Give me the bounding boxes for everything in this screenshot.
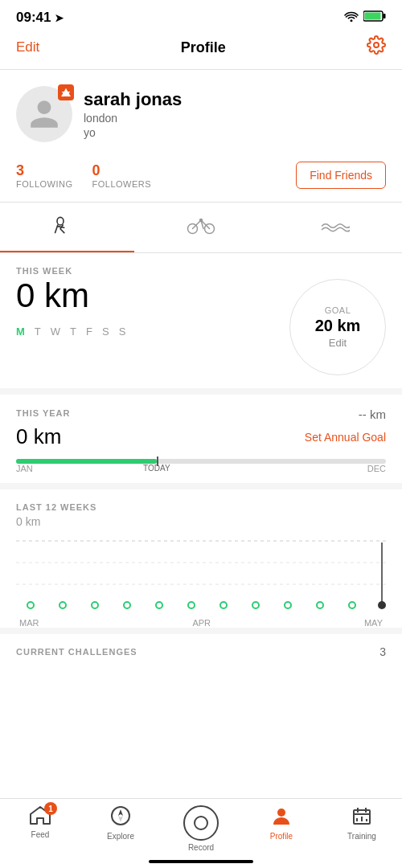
profile-bio: yo [84, 126, 386, 139]
day-tue: T [35, 326, 41, 338]
tab-swim[interactable] [268, 203, 402, 252]
goal-circle[interactable]: GOAL 20 km Edit [289, 279, 386, 375]
nav-item-explore[interactable]: Explore [96, 805, 145, 852]
nav-item-profile[interactable]: Profile [257, 805, 306, 852]
svg-point-14 [59, 602, 66, 608]
goal-edit[interactable]: Edit [329, 337, 347, 349]
status-bar: 09:41 ➤ [0, 0, 402, 32]
nav-label-profile: Profile [270, 832, 293, 841]
header: Edit Profile [0, 32, 402, 69]
svg-point-21 [285, 602, 291, 608]
svg-point-20 [252, 602, 259, 608]
svg-rect-1 [384, 14, 386, 18]
feed-badge: 1 [44, 802, 57, 815]
year-km-main: 0 km [16, 424, 61, 449]
week-label: THIS WEEK [16, 266, 386, 276]
challenges-row: CURRENT CHALLENGES 3 [0, 628, 402, 669]
home-indicator [149, 860, 253, 863]
progress-label-today: TODAY [143, 464, 170, 473]
svg-marker-4 [62, 88, 71, 97]
tab-bike[interactable] [134, 203, 269, 252]
nav-label-training: Training [347, 832, 376, 841]
profile-info: sarah jonas london yo [84, 86, 386, 139]
training-icon [351, 805, 372, 829]
status-time: 09:41 ➤ [16, 10, 64, 26]
day-wed: W [51, 326, 60, 338]
nav-item-training[interactable]: Training [338, 805, 386, 852]
week-section: THIS WEEK 0 km M T W T F S S GOAL 20 km … [0, 253, 402, 388]
weeks12-label: LAST 12 WEEKS [16, 502, 386, 512]
gear-icon[interactable] [367, 35, 386, 59]
svg-point-13 [27, 602, 34, 608]
avatar [16, 86, 72, 142]
weeks12-km: 0 km [16, 515, 386, 528]
set-annual-goal-link[interactable]: Set Annual Goal [305, 431, 386, 444]
svg-marker-27 [118, 816, 123, 822]
page-title: Profile [181, 39, 226, 56]
profile-location: london [84, 112, 386, 125]
day-fri: F [86, 326, 92, 338]
svg-point-22 [317, 602, 323, 608]
svg-point-5 [57, 217, 64, 225]
tab-run[interactable] [0, 203, 134, 252]
find-friends-button[interactable]: Find Friends [296, 162, 386, 189]
verified-badge [58, 84, 74, 100]
goal-value: 20 km [315, 317, 361, 335]
day-thu: T [70, 326, 76, 338]
followers-stat[interactable]: 0 FOLLOWERS [92, 162, 152, 189]
profile-name: sarah jonas [84, 89, 386, 110]
stats-row: 3 FOLLOWING 0 FOLLOWERS Find Friends [0, 155, 402, 202]
day-mon: M [16, 326, 25, 338]
chart-area [16, 534, 386, 615]
week-km: 0 km [16, 279, 125, 313]
progress-label-jan: JAN [16, 464, 33, 473]
year-label: THIS YEAR [16, 408, 70, 418]
nav-label-record: Record [188, 843, 214, 852]
status-icons [344, 10, 386, 25]
nav-label-feed: Feed [31, 830, 50, 839]
compass-icon [110, 805, 131, 829]
svg-point-23 [349, 602, 355, 608]
profile-icon [271, 805, 292, 829]
svg-rect-2 [365, 13, 381, 20]
profile-section: sarah jonas london yo [0, 70, 402, 155]
svg-point-15 [92, 602, 98, 608]
svg-point-16 [124, 602, 130, 608]
chart-svg [16, 534, 386, 623]
challenges-count: 3 [379, 645, 386, 658]
year-km-right: -- km [359, 407, 386, 421]
battery-icon [363, 10, 386, 25]
progress-label-dec: DEC [367, 464, 386, 473]
swim-icon [321, 216, 350, 239]
nav-item-record[interactable]: Record [177, 805, 225, 852]
svg-point-24 [378, 601, 386, 609]
year-section: THIS YEAR -- km 0 km Set Annual Goal JAN… [0, 388, 402, 480]
svg-marker-26 [118, 809, 123, 816]
svg-point-18 [188, 602, 195, 608]
day-sun: S [119, 326, 126, 338]
record-circle [183, 805, 219, 841]
bike-icon [187, 214, 215, 241]
day-sat: S [102, 326, 109, 338]
activity-tabs [0, 203, 402, 253]
edit-button[interactable]: Edit [16, 39, 39, 55]
wifi-icon [344, 10, 359, 25]
svg-point-17 [156, 602, 162, 608]
nav-item-feed[interactable]: 1 Feed [16, 805, 64, 852]
svg-point-3 [374, 43, 379, 47]
weeks12-section: LAST 12 WEEKS 0 km MAR APR MAY [0, 483, 402, 628]
svg-point-28 [277, 809, 285, 817]
run-icon [54, 214, 80, 241]
bottom-nav: 1 Feed Explore Record [0, 798, 402, 868]
challenges-label: CURRENT CHALLENGES [16, 647, 137, 657]
week-days: M T W T F S S [16, 326, 125, 338]
record-inner [194, 816, 208, 830]
goal-label: GOAL [325, 305, 351, 315]
svg-point-19 [220, 602, 227, 608]
nav-label-explore: Explore [107, 832, 134, 841]
svg-point-8 [200, 219, 203, 222]
following-stat[interactable]: 3 FOLLOWING [16, 162, 73, 189]
